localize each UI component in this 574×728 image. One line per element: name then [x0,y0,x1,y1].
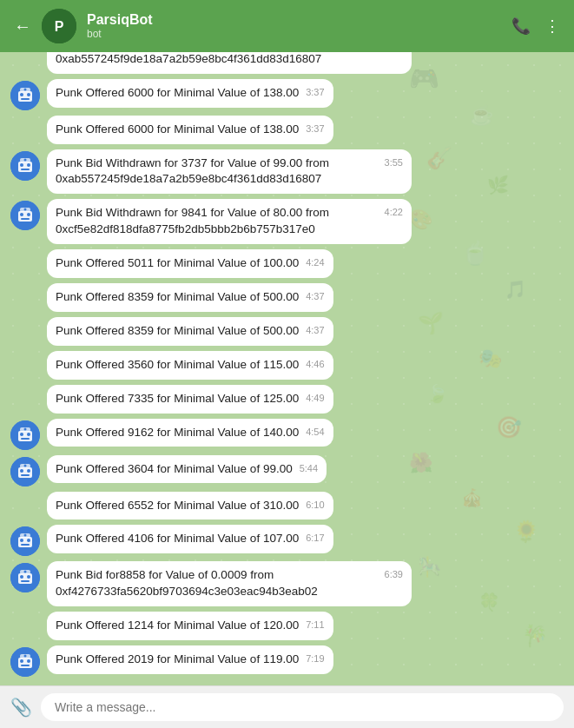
message-bubble: 7:11 Punk Offered 1214 for Minimal Value… [47,612,333,640]
svg-rect-53 [21,474,30,476]
message-bubble: 6:17 Punk Offered 4106 for Minimal Value… [47,525,333,553]
svg-rect-62 [18,573,32,584]
message-text: Punk Offered 8359 for Minimal Value of 5… [56,290,299,303]
svg-point-50 [24,464,27,467]
svg-point-66 [27,575,30,579]
message-row: 6:39 Punk Bid for8858 for Value of 0.000… [10,561,564,606]
message-bubble: 4:37 Punk Offered 8359 for Minimal Value… [47,317,333,346]
message-time: 4:24 [306,257,324,268]
message-text: Punk Bid for3737 for Value of 99.00 from… [56,52,321,65]
svg-rect-67 [21,580,30,582]
avatar [10,420,40,450]
avatar [10,201,40,230]
message-time: 5:44 [300,463,318,474]
message-text: Punk Offered 6552 for Minimal Value of 3… [56,499,299,512]
svg-rect-48 [18,467,32,478]
svg-point-30 [20,163,23,167]
svg-rect-25 [21,98,30,100]
svg-rect-74 [21,665,30,666]
message-bubble: 4:24 Punk Offered 5011 for Minimal Value… [47,249,333,278]
more-icon[interactable]: ⋮ [544,17,560,36]
header-title: ParsiqBot [87,12,501,28]
svg-rect-55 [18,537,32,547]
svg-point-73 [27,659,30,663]
message-bubble: 3:55 Punk Bid Withdrawn for 3737 for Val… [47,149,412,195]
svg-point-36 [24,208,27,211]
message-row: 3:55 Punk Bid Withdrawn for 3737 for Val… [10,149,564,195]
message-row: 3:37 Punk Offered 6000 for Minimal Value… [10,79,564,110]
message-time: 3:55 [385,157,403,169]
message-row: 4:24 Punk Offered 5011 for Minimal Value… [10,249,564,278]
svg-point-38 [27,213,30,216]
svg-point-71 [24,655,27,658]
svg-rect-32 [21,169,30,170]
message-text: Punk Offered 5011 for Minimal Value of 1… [56,256,299,269]
message-row: 6:17 Punk Offered 4106 for Minimal Value… [10,525,564,556]
svg-point-31 [27,163,30,167]
svg-point-51 [20,469,23,473]
message-row: 4:22 Punk Bid Withdrawn for 9841 for Val… [10,199,564,244]
message-bubble: 6:39 Punk Bid for8858 for Value of 0.000… [47,561,412,606]
app-container: ← P ParsiqBot bot 📞 ⋮ 🎮 ☕ 🎸 🌿 🎨 🍵 🎵 [0,0,574,728]
message-row: 3:37 Punk Offered 6000 for Minimal Value… [10,116,564,144]
svg-point-64 [24,571,27,573]
message-input[interactable] [41,693,564,721]
avatar [10,151,40,181]
svg-point-22 [24,88,27,90]
header: ← P ParsiqBot bot 📞 ⋮ [0,0,574,52]
svg-rect-69 [18,658,32,668]
svg-point-29 [24,158,27,161]
message-text: Punk Bid Withdrawn for 3737 for Value of… [56,156,329,186]
message-time: 6:10 [306,500,324,511]
message-bubble: 6:10 Punk Offered 6552 for Minimal Value… [47,492,333,520]
message-bubble: 3:24 Punk Bid for3737 for Value of 99.00… [47,52,412,74]
message-row: 4:37 Punk Offered 8359 for Minimal Value… [10,317,564,346]
back-button[interactable]: ← [14,17,31,36]
message-time: 7:11 [306,619,324,631]
svg-rect-27 [18,162,32,172]
message-time: 4:46 [306,359,324,370]
message-time: 3:37 [306,87,324,98]
message-bubble: 4:37 Punk Offered 8359 for Minimal Value… [47,283,333,312]
svg-point-57 [24,534,27,537]
message-bubble: 5:44 Punk Offered 3604 for Minimal Value… [47,455,327,484]
svg-rect-41 [18,431,32,441]
message-text: Punk Offered 2019 for Minimal Value of 1… [56,652,299,665]
svg-rect-34 [18,211,32,222]
message-text: Punk Offered 8359 for Minimal Value of 5… [56,324,299,337]
avatar [10,457,40,486]
svg-point-52 [27,469,30,473]
avatar [10,526,40,556]
message-bubble: 4:54 Punk Offered 9162 for Minimal Value… [47,419,333,447]
message-bubble: 4:49 Punk Offered 7335 for Minimal Value… [47,385,333,414]
message-time: 6:17 [306,533,324,544]
svg-point-24 [27,93,30,96]
message-bubble: 4:22 Punk Bid Withdrawn for 9841 for Val… [47,199,412,244]
message-time: 6:39 [385,569,403,580]
svg-point-58 [20,539,23,542]
message-row: 7:19 Punk Offered 2019 for Minimal Value… [10,645,564,677]
svg-point-37 [20,213,23,216]
message-text: Punk Offered 1214 for Minimal Value of 1… [56,619,299,632]
svg-point-65 [20,575,23,579]
message-text: Punk Offered 6000 for Minimal Value of 1… [56,86,299,99]
svg-point-72 [20,659,23,663]
message-text: Punk Offered 7335 for Minimal Value of 1… [56,392,299,405]
svg-rect-39 [21,218,30,220]
message-text: Punk Offered 3604 for Minimal Value of 9… [56,462,293,475]
avatar [10,563,40,592]
message-text: Punk Offered 9162 for Minimal Value of 1… [56,426,299,439]
message-text: Punk Offered 3560 for Minimal Value of 1… [56,358,299,371]
attach-button[interactable]: 📎 [10,697,32,718]
svg-point-44 [20,433,23,436]
message-time: 3:37 [306,123,324,135]
message-bubble: 7:19 Punk Offered 2019 for Minimal Value… [47,645,333,674]
message-row: 4:37 Punk Offered 8359 for Minimal Value… [10,283,564,312]
message-time: 4:22 [385,207,403,218]
message-text: Punk Offered 6000 for Minimal Value of 1… [56,122,299,136]
svg-point-43 [24,427,27,430]
header-subtitle: bot [87,28,501,40]
message-row: 5:44 Punk Offered 3604 for Minimal Value… [10,455,564,486]
message-text: Punk Offered 4106 for Minimal Value of 1… [56,532,299,545]
call-icon[interactable]: 📞 [511,17,531,36]
